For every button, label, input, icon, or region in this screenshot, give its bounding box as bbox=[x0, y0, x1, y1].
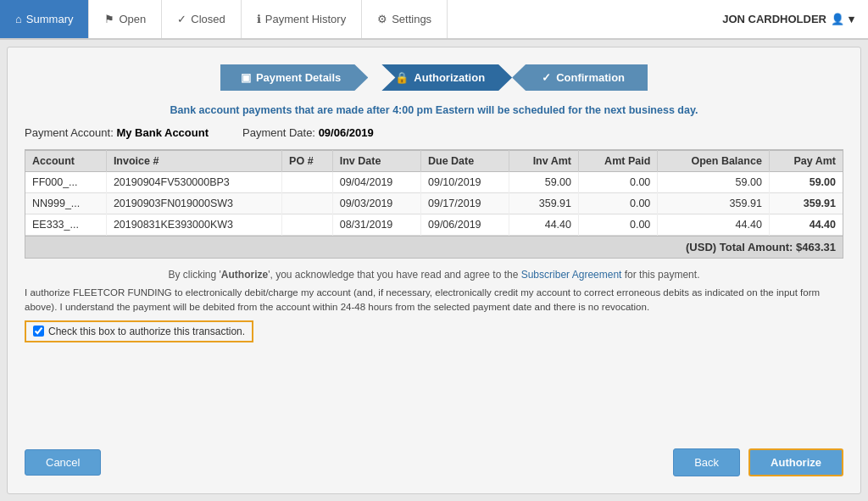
col-header-invoice: Invoice # bbox=[106, 151, 281, 172]
invoice-table-wrapper: Account Invoice # PO # Inv Date Due Date… bbox=[25, 149, 843, 237]
total-amount: (USD) Total Amount: $463.31 bbox=[686, 241, 836, 253]
cell-invoice: 20190831KE393000KW3 bbox=[106, 214, 281, 236]
auth-section: By clicking 'Authorize', you acknowledge… bbox=[25, 269, 843, 342]
cell-po bbox=[282, 172, 333, 193]
invoice-table: Account Invoice # PO # Inv Date Due Date… bbox=[25, 150, 843, 236]
col-header-due-date: Due Date bbox=[420, 151, 509, 172]
bank-notice-text: Bank account payments that are made afte… bbox=[170, 104, 698, 116]
payment-date-label: Payment Date: bbox=[242, 126, 315, 139]
chevron-down-icon: ▾ bbox=[849, 13, 854, 25]
auth-checkbox[interactable] bbox=[33, 326, 44, 337]
cell-open-balance: 44.40 bbox=[658, 214, 770, 236]
col-header-pay-amt: Pay Amt bbox=[769, 151, 843, 172]
nav-tab-payment-history[interactable]: ℹ Payment History bbox=[242, 0, 362, 38]
table-row: FF000_... 20190904FV530000BP3 09/04/2019… bbox=[25, 172, 843, 193]
cell-invoice: 20190903FN019000SW3 bbox=[106, 193, 281, 214]
col-header-amt-paid: Amt Paid bbox=[579, 151, 658, 172]
cell-pay-amt: 59.00 bbox=[769, 172, 843, 193]
step-confirmation-label: Confirmation bbox=[556, 71, 625, 84]
user-avatar-icon: 👤 bbox=[831, 13, 844, 25]
cancel-button[interactable]: Cancel bbox=[25, 449, 101, 476]
back-button[interactable]: Back bbox=[673, 448, 740, 476]
open-icon: ⚑ bbox=[104, 13, 114, 25]
check-icon: ✓ bbox=[542, 71, 551, 84]
legal-text: I authorize FLEETCOR FUNDING to electron… bbox=[25, 286, 843, 315]
step-payment-details[interactable]: ▣ Payment Details bbox=[220, 64, 368, 91]
closed-icon: ✓ bbox=[177, 13, 186, 25]
payment-account-value: My Bank Account bbox=[116, 126, 209, 139]
subscriber-agreement-link[interactable]: Subscriber Agreement bbox=[521, 269, 622, 281]
table-row: NN999_... 20190903FN019000SW3 09/03/2019… bbox=[25, 193, 843, 214]
col-header-account: Account bbox=[25, 151, 106, 172]
invoice-table-container: Account Invoice # PO # Inv Date Due Date… bbox=[25, 149, 843, 259]
stepper: ▣ Payment Details 🔒 Authorization ✓ Conf… bbox=[25, 64, 843, 91]
cell-inv-amt: 59.00 bbox=[509, 172, 579, 193]
auth-checkbox-container: Check this box to authorize this transac… bbox=[25, 320, 843, 342]
nav-tab-closed[interactable]: ✓ Closed bbox=[162, 0, 241, 38]
table-header-row: Account Invoice # PO # Inv Date Due Date… bbox=[25, 151, 843, 172]
cell-amt-paid: 0.00 bbox=[579, 214, 658, 236]
cell-open-balance: 359.91 bbox=[658, 193, 770, 214]
cell-pay-amt: 359.91 bbox=[769, 193, 843, 214]
col-header-inv-date: Inv Date bbox=[332, 151, 420, 172]
nav-tab-summary[interactable]: ⌂ Summary bbox=[0, 0, 89, 38]
top-navigation: ⌂ Summary ⚑ Open ✓ Closed ℹ Payment Hist… bbox=[0, 0, 868, 40]
cell-amt-paid: 0.00 bbox=[579, 172, 658, 193]
payment-account-info: Payment Account: My Bank Account bbox=[25, 126, 209, 139]
cell-account: EE333_... bbox=[25, 214, 106, 236]
cell-due-date: 09/06/2019 bbox=[420, 214, 509, 236]
payment-details-icon: ▣ bbox=[241, 71, 251, 84]
cell-due-date: 09/17/2019 bbox=[420, 193, 509, 214]
nav-tab-settings-label: Settings bbox=[392, 13, 431, 25]
auth-main-text: By clicking 'Authorize', you acknowledge… bbox=[25, 269, 843, 281]
cell-po bbox=[282, 193, 333, 214]
lock-icon: 🔒 bbox=[395, 71, 409, 84]
cell-inv-amt: 359.91 bbox=[509, 193, 579, 214]
col-header-inv-amt: Inv Amt bbox=[509, 151, 579, 172]
auth-checkbox-label[interactable]: Check this box to authorize this transac… bbox=[25, 320, 253, 342]
cell-inv-date: 09/03/2019 bbox=[332, 193, 420, 214]
nav-tab-payment-history-label: Payment History bbox=[265, 13, 346, 25]
cell-due-date: 09/10/2019 bbox=[420, 172, 509, 193]
step-confirmation[interactable]: ✓ Confirmation bbox=[512, 64, 648, 91]
cell-inv-date: 09/04/2019 bbox=[332, 172, 420, 193]
cell-open-balance: 59.00 bbox=[658, 172, 770, 193]
table-row: EE333_... 20190831KE393000KW3 08/31/2019… bbox=[25, 214, 843, 236]
step-authorization-label: Authorization bbox=[414, 71, 485, 84]
nav-tab-open-label: Open bbox=[119, 13, 146, 25]
total-bar: (USD) Total Amount: $463.31 bbox=[25, 237, 843, 259]
nav-tab-summary-label: Summary bbox=[26, 13, 74, 25]
step-authorization[interactable]: 🔒 Authorization bbox=[368, 64, 512, 91]
footer-buttons: Cancel Back Authorize bbox=[25, 442, 843, 476]
col-header-open-balance: Open Balance bbox=[658, 151, 770, 172]
nav-tab-settings[interactable]: ⚙ Settings bbox=[362, 0, 448, 38]
payment-info: Payment Account: My Bank Account Payment… bbox=[25, 126, 843, 139]
user-name: JON CARDHOLDER bbox=[722, 13, 826, 25]
auth-checkbox-text: Check this box to authorize this transac… bbox=[48, 326, 245, 337]
nav-spacer bbox=[448, 0, 709, 38]
cell-account: NN999_... bbox=[25, 193, 106, 214]
right-buttons: Back Authorize bbox=[673, 448, 843, 476]
nav-tab-open[interactable]: ⚑ Open bbox=[89, 0, 162, 38]
payment-history-icon: ℹ bbox=[257, 13, 261, 25]
step-payment-details-label: Payment Details bbox=[256, 71, 341, 84]
payment-date-value: 09/06/2019 bbox=[319, 126, 374, 139]
user-menu[interactable]: JON CARDHOLDER 👤 ▾ bbox=[709, 0, 868, 38]
cell-pay-amt: 44.40 bbox=[769, 214, 843, 236]
bank-notice: Bank account payments that are made afte… bbox=[25, 104, 843, 116]
cell-po bbox=[282, 214, 333, 236]
main-content: ▣ Payment Details 🔒 Authorization ✓ Conf… bbox=[7, 47, 861, 494]
payment-date-info: Payment Date: 09/06/2019 bbox=[242, 126, 374, 139]
authorize-button[interactable]: Authorize bbox=[748, 448, 843, 476]
nav-tab-closed-label: Closed bbox=[191, 13, 225, 25]
home-icon: ⌂ bbox=[15, 13, 22, 25]
cell-inv-date: 08/31/2019 bbox=[332, 214, 420, 236]
payment-account-label: Payment Account: bbox=[25, 126, 114, 139]
cell-inv-amt: 44.40 bbox=[509, 214, 579, 236]
cell-invoice: 20190904FV530000BP3 bbox=[106, 172, 281, 193]
cell-amt-paid: 0.00 bbox=[579, 193, 658, 214]
col-header-po: PO # bbox=[282, 151, 333, 172]
settings-icon: ⚙ bbox=[377, 13, 387, 25]
cell-account: FF000_... bbox=[25, 172, 106, 193]
